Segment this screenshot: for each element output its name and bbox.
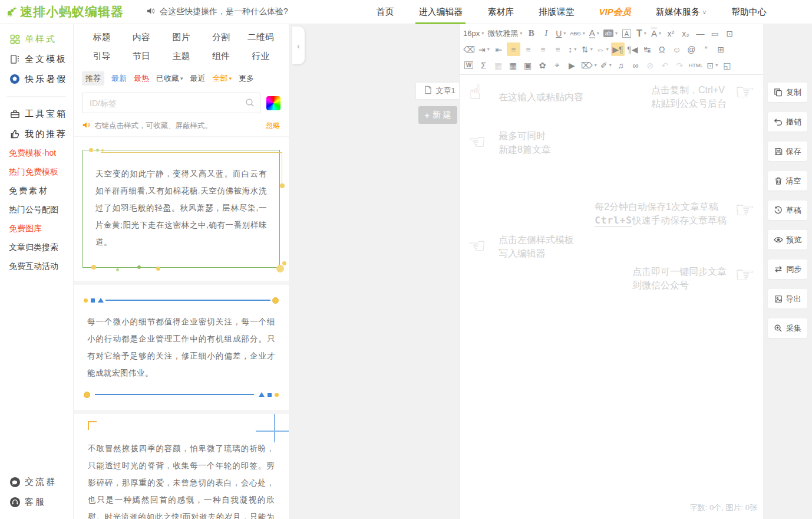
align-left-button[interactable]: ≡ bbox=[507, 42, 520, 56]
screenshot-button[interactable]: ▣ bbox=[521, 58, 534, 72]
action-clear-button[interactable]: 清空 bbox=[768, 171, 807, 190]
line-height-button[interactable]: ↕▾ bbox=[566, 42, 579, 56]
superscript-button[interactable]: x² bbox=[664, 27, 678, 40]
search-icon[interactable] bbox=[245, 98, 255, 110]
category-tab-3[interactable]: 图片 bbox=[161, 32, 201, 43]
sidebar-item-single-style[interactable]: 单样式 bbox=[0, 29, 73, 49]
action-undo-button[interactable]: 撤销 bbox=[768, 112, 807, 132]
sidebar-item-full-template[interactable]: 全文模板 bbox=[0, 49, 73, 69]
sidebar-item-free-template-hot[interactable]: 免费模板-hot bbox=[0, 144, 73, 163]
italic-button[interactable]: I bbox=[539, 27, 553, 40]
notice-ignore-button[interactable]: 忽略 bbox=[266, 121, 280, 131]
editor-content[interactable]: ☝ 在这输入或粘贴内容 点击复制，Ctrl+V 粘贴到公众号后台 ☞ ☜ 最多可… bbox=[460, 75, 763, 519]
filter-more[interactable]: 更多 bbox=[239, 73, 254, 84]
style-card-divider[interactable]: 每一个微小的细节都值得企业密切关注，每一个细小的行动都是企业管理工作中的有机组成… bbox=[74, 285, 289, 410]
filter-all[interactable]: 全部▾ bbox=[213, 73, 232, 84]
nav-item-typesetting-course[interactable]: 排版课堂 bbox=[526, 0, 586, 24]
filter-recent[interactable]: 最近 bbox=[190, 73, 206, 84]
first-line-indent-button[interactable]: ⇤ bbox=[492, 42, 506, 56]
nav-item-home[interactable]: 首页 bbox=[364, 0, 406, 24]
action-copy-button[interactable]: 复制 bbox=[768, 83, 807, 102]
action-collect-button[interactable]: 采集 bbox=[768, 318, 807, 338]
nav-item-help-center[interactable]: 帮助中心 bbox=[719, 0, 779, 24]
category-tab-8[interactable]: 主题 bbox=[161, 51, 201, 62]
color-filter-button[interactable] bbox=[266, 96, 280, 110]
filter-hottest[interactable]: 最热 bbox=[134, 73, 149, 84]
word-spacing-button[interactable]: ⇔▾ bbox=[595, 42, 610, 56]
collapse-panel-button[interactable]: ‹ bbox=[292, 27, 305, 64]
sidebar-item-hot-account-images[interactable]: 热门公号配图 bbox=[0, 201, 73, 219]
style-search-input[interactable] bbox=[82, 93, 260, 113]
sidebar-item-hot-free-template[interactable]: 热门免费模板 bbox=[0, 163, 73, 182]
category-tab-2[interactable]: 内容 bbox=[121, 32, 161, 43]
special-char-button[interactable]: Ω bbox=[655, 42, 669, 56]
category-tab-9[interactable]: 组件 bbox=[201, 51, 240, 62]
action-preview-button[interactable]: 预览 bbox=[768, 230, 807, 249]
palette-button[interactable]: ✿ bbox=[536, 58, 549, 72]
map-button[interactable]: ⌖ bbox=[550, 58, 564, 72]
action-draft-button[interactable]: 草稿 bbox=[768, 201, 807, 220]
sidebar-item-customer-service[interactable]: 客服 bbox=[0, 492, 73, 512]
paragraph-spacing-button[interactable]: ⇅▾ bbox=[580, 42, 594, 56]
format-brush-button[interactable]: ⌦▾ bbox=[580, 58, 598, 72]
category-tab-6[interactable]: 引导 bbox=[82, 51, 121, 62]
bold-button[interactable]: B bbox=[524, 27, 538, 40]
sidebar-item-article-category-search[interactable]: 文章归类搜索 bbox=[0, 238, 73, 257]
style-card-frame[interactable]: 天空变的如此宁静，变得又高又蓝。而白云有如羊群再细看,又有如棉花糖.天空仿佛被海… bbox=[74, 137, 289, 281]
insert-image-button[interactable]: ▦ bbox=[506, 58, 520, 72]
mention-search-button[interactable]: @ bbox=[685, 42, 698, 56]
import-word-button[interactable]: W bbox=[462, 58, 476, 72]
title-style-button[interactable]: T▾ bbox=[635, 27, 648, 40]
action-export-button[interactable]: 导出 bbox=[768, 289, 807, 308]
sidebar-item-free-material[interactable]: 免费素材 bbox=[0, 182, 73, 201]
text-border-button[interactable]: A bbox=[620, 27, 633, 40]
category-tab-4[interactable]: 分割 bbox=[201, 32, 240, 43]
action-sync-button[interactable]: 同步 bbox=[768, 260, 807, 279]
formula-button[interactable]: Σ bbox=[477, 58, 490, 72]
sidebar-item-free-gallery[interactable]: 免费图库 bbox=[0, 219, 73, 238]
table-button[interactable]: ⊞ bbox=[714, 42, 728, 56]
font-family-select[interactable]: 微软雅黑▾ bbox=[486, 27, 523, 40]
align-justify-button[interactable]: ≡ bbox=[551, 42, 565, 56]
import-content-button[interactable]: ⊡ bbox=[723, 27, 737, 40]
emoji-button[interactable]: ☺ bbox=[670, 42, 684, 56]
new-article-button[interactable]: + 新 建 bbox=[418, 106, 457, 124]
form-button[interactable]: ⊡▾ bbox=[705, 58, 719, 72]
magic-format-button[interactable]: ✐▾ bbox=[599, 58, 613, 72]
rtl-paragraph-button[interactable]: ¶◀ bbox=[626, 42, 639, 56]
text-background-button[interactable]: ab▾ bbox=[602, 27, 619, 40]
underline-button[interactable]: U▾ bbox=[554, 27, 567, 40]
align-right-button[interactable]: ≡ bbox=[536, 42, 550, 56]
sidebar-item-toolbox[interactable]: 工具宝箱 bbox=[0, 104, 73, 124]
ltr-paragraph-button[interactable]: ▶¶ bbox=[611, 42, 625, 56]
quote-button[interactable]: ” bbox=[699, 42, 713, 56]
nav-item-material-library[interactable]: 素材库 bbox=[475, 0, 526, 24]
horizontal-rule-button[interactable]: — bbox=[694, 27, 707, 40]
link-button[interactable]: ∞ bbox=[629, 58, 642, 72]
fullscreen-button[interactable]: ◱ bbox=[720, 58, 734, 72]
category-tab-7[interactable]: 节日 bbox=[121, 51, 161, 62]
letter-style-button[interactable]: A▾ bbox=[649, 27, 663, 40]
sidebar-item-happy-summer[interactable]: 快乐暑假 bbox=[0, 69, 73, 89]
font-size-select[interactable]: 16px▾ bbox=[462, 27, 485, 40]
video-button[interactable]: ▶ bbox=[565, 58, 579, 72]
filter-newest[interactable]: 最新 bbox=[111, 73, 127, 84]
app-logo[interactable]: 速排小蚂蚁编辑器 bbox=[6, 4, 124, 20]
action-save-button[interactable]: 保存 bbox=[768, 142, 807, 161]
category-tab-1[interactable]: 标题 bbox=[82, 32, 121, 43]
format-eraser-button[interactable]: ⌫ bbox=[462, 42, 476, 56]
article-tab[interactable]: 文章1 bbox=[416, 83, 464, 99]
html-button[interactable]: HTML bbox=[688, 58, 705, 72]
blank-page-button[interactable]: ▭ bbox=[708, 27, 722, 40]
font-color-button[interactable]: A▾ bbox=[587, 27, 601, 40]
strikethrough-button[interactable]: ABC▾ bbox=[569, 27, 586, 40]
nav-item-new-media-service[interactable]: 新媒体服务∨ bbox=[643, 0, 719, 24]
sidebar-item-my-recommend[interactable]: 我的推荐 bbox=[0, 124, 73, 144]
nav-item-enter-editor[interactable]: 进入编辑器 bbox=[406, 0, 475, 24]
subscript-button[interactable]: x₂ bbox=[679, 27, 692, 40]
category-tab-5[interactable]: 二维码 bbox=[241, 32, 280, 43]
indent-button[interactable]: ⇥▾ bbox=[477, 42, 491, 56]
category-tab-10[interactable]: 行业 bbox=[241, 51, 280, 62]
filter-favorited[interactable]: 已收藏▾ bbox=[156, 73, 183, 84]
filter-recommend[interactable]: 推荐 bbox=[82, 71, 104, 86]
